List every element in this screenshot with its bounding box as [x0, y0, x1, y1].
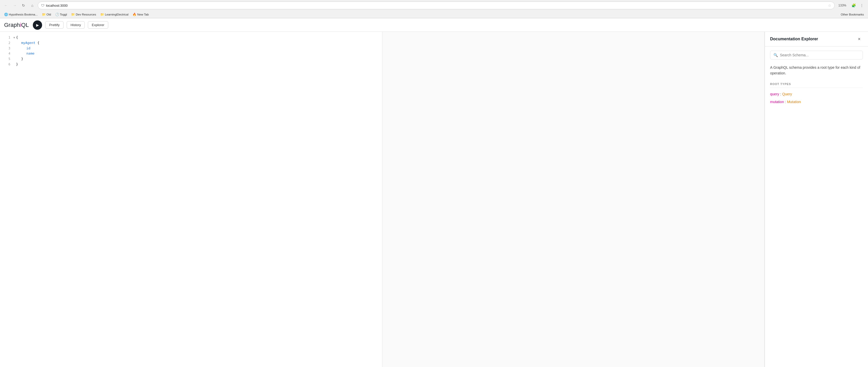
graphiql-logo: GraphiQL [4, 22, 29, 28]
doc-search-input[interactable] [780, 53, 860, 57]
bookmark-dev-resources[interactable]: 📁 Dev Resources [69, 12, 98, 17]
code-line-3: 3 ▼ id [0, 46, 382, 51]
code-open-brace-2: { [35, 40, 39, 46]
graphiql-app: GraphiQL ▶ Prettify History Explorer 1 ▼… [0, 18, 868, 367]
line-number-6: 6 [3, 62, 10, 67]
browser-actions: 🧩 ⋮ [850, 2, 865, 9]
shield-icon: 🛡 [41, 4, 44, 7]
line-number-5: 5 [3, 57, 10, 62]
bookmark-old-label: Old [46, 13, 51, 16]
fold-arrow-1[interactable]: ▼ [13, 36, 15, 40]
toggl-icon: 🕐 [55, 13, 59, 16]
doc-type-query-link[interactable]: Query [782, 92, 792, 96]
bookmark-hypothesis-label: Hypothesis Bookma... [9, 13, 38, 16]
other-bookmarks[interactable]: Other Bookmarks [839, 12, 865, 17]
hypothesis-icon: 🌐 [4, 13, 8, 16]
address-bar[interactable]: 🛡 localhost:3000 ☆ [38, 2, 835, 9]
line-number-4: 4 [3, 51, 10, 56]
doc-search-box[interactable]: 🔍 [770, 51, 863, 59]
zoom-level[interactable]: 133% [837, 3, 848, 8]
result-panel [382, 32, 765, 367]
extensions-button[interactable]: 🧩 [850, 2, 857, 9]
line-number-1: 1 [3, 35, 10, 40]
learning-electrical-folder-icon: 📁 [100, 13, 104, 16]
back-button[interactable]: ← [3, 2, 9, 9]
code-open-brace-1: { [16, 35, 18, 40]
editor-panel: 1 ▼ { 2 ▼ myAgent { 3 ▼ id [0, 32, 382, 367]
graphiql-header: GraphiQL ▶ Prettify History Explorer [0, 18, 868, 32]
code-line-1: 1 ▼ { [0, 35, 382, 40]
doc-type-mutation-link[interactable]: Mutation [787, 100, 801, 104]
doc-type-mutation-row: mutation : Mutation [770, 100, 863, 104]
reload-button[interactable]: ↻ [20, 2, 27, 9]
code-line-5: 5 ▼ } [0, 56, 382, 62]
code-my-agent: myAgent [21, 40, 35, 46]
doc-type-mutation-label: mutation [770, 100, 784, 104]
browser-toolbar: ← → ↻ ⌂ 🛡 localhost:3000 ☆ 133% 🧩 ⋮ [0, 0, 868, 11]
doc-search-icon: 🔍 [773, 53, 778, 57]
bookmark-old[interactable]: 📁 Old [40, 12, 53, 17]
bookmark-learning-electrical-label: LearningElectrical [105, 13, 128, 16]
bookmark-hypothesis[interactable]: 🌐 Hypothesis Bookma... [3, 12, 39, 17]
logo-ql-text: QL [21, 22, 29, 28]
doc-explorer-panel: Documentation Explorer × 🔍 A GraphQL sch… [765, 32, 868, 367]
doc-explorer-title: Documentation Explorer [770, 37, 818, 41]
doc-type-query-separator: : [780, 92, 782, 96]
code-name: name [26, 51, 34, 56]
bookmark-toggl-label: Toggl [60, 13, 67, 16]
bookmark-dev-resources-label: Dev Resources [76, 13, 96, 16]
doc-type-query-label: query [770, 92, 779, 96]
graphiql-main: 1 ▼ { 2 ▼ myAgent { 3 ▼ id [0, 32, 868, 367]
dev-resources-folder-icon: 📁 [71, 13, 75, 16]
line-number-3: 3 [3, 46, 10, 51]
run-button[interactable]: ▶ [33, 21, 42, 30]
code-close-brace-6: } [16, 62, 18, 67]
old-folder-icon: 📁 [42, 13, 46, 16]
code-id: id [26, 46, 30, 51]
browser-chrome: ← → ↻ ⌂ 🛡 localhost:3000 ☆ 133% 🧩 ⋮ 🌐 Hy… [0, 0, 868, 18]
doc-explorer-header: Documentation Explorer × [765, 32, 868, 47]
bookmark-learning-electrical[interactable]: 📁 LearningElectrical [99, 12, 130, 17]
logo-graph-text: Graph [4, 22, 20, 28]
code-line-2: 2 ▼ myAgent { [0, 40, 382, 46]
query-editor[interactable]: 1 ▼ { 2 ▼ myAgent { 3 ▼ id [0, 32, 382, 367]
url-text: localhost:3000 [46, 4, 827, 7]
bookmark-new-tab-label: New Tab [137, 13, 149, 16]
line-number-2: 2 [3, 40, 10, 45]
explorer-button[interactable]: Explorer [88, 21, 108, 29]
doc-explorer-body: 🔍 A GraphQL schema provides a root type … [765, 47, 868, 367]
code-line-6: 6 ▼ } [0, 62, 382, 67]
home-button[interactable]: ⌂ [29, 2, 36, 9]
bookmark-new-tab[interactable]: 🔥 New Tab [131, 12, 150, 17]
code-line-4: 4 ▼ name [0, 51, 382, 56]
doc-explorer-close-button[interactable]: × [856, 35, 863, 43]
new-tab-icon: 🔥 [132, 13, 136, 16]
run-icon: ▶ [36, 23, 39, 27]
history-button[interactable]: History [67, 21, 85, 29]
bookmarks-bar: 🌐 Hypothesis Bookma... 📁 Old 🕐 Toggl 📁 D… [0, 11, 868, 18]
bookmark-star-icon[interactable]: ☆ [828, 3, 831, 7]
menu-button[interactable]: ⋮ [858, 2, 865, 9]
forward-button[interactable]: → [11, 2, 18, 9]
code-close-brace-5: } [21, 56, 23, 62]
prettify-button[interactable]: Prettify [45, 21, 63, 29]
doc-root-types-section: Root Types [770, 83, 863, 88]
doc-description: A GraphQL schema provides a root type fo… [770, 65, 863, 76]
bookmark-toggl[interactable]: 🕐 Toggl [54, 12, 69, 17]
doc-type-query-row: query : Query [770, 92, 863, 96]
